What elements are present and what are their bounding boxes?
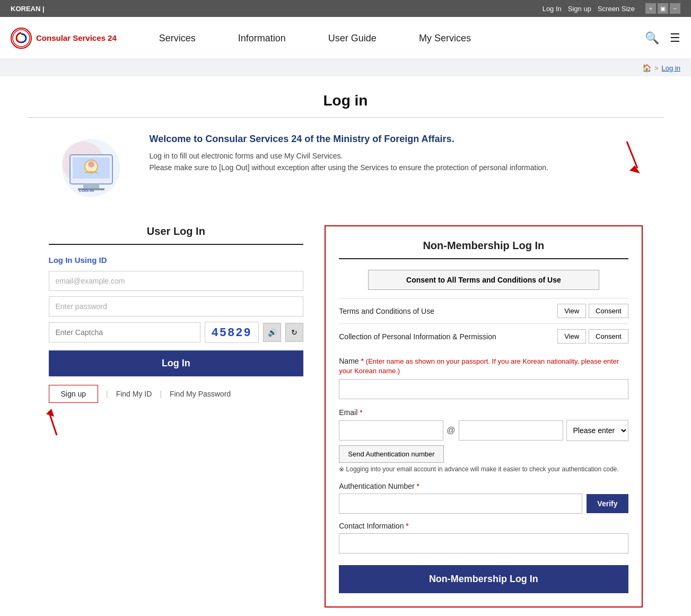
svg-text:LOG-IN: LOG-IN xyxy=(79,188,94,193)
signup-arrow-icon xyxy=(43,406,70,443)
login-button[interactable]: Log In xyxy=(49,350,304,376)
welcome-illustration: LOG-IN xyxy=(49,134,134,204)
nonmember-login-button[interactable]: Non-Membership Log In xyxy=(339,565,628,593)
name-field-label: Name * (Enter name as shown on your pass… xyxy=(339,357,628,376)
link-separator-1: | xyxy=(106,390,108,398)
menu-icon[interactable]: ☰ xyxy=(670,31,680,45)
send-auth-button[interactable]: Send Authentication number xyxy=(339,445,443,463)
topbar: KOREAN | Log In Sign up Screen Size + ▣ … xyxy=(0,0,691,17)
email-label-text: Email xyxy=(339,408,357,417)
breadcrumb-separator: > xyxy=(654,64,659,72)
breadcrumb: 🏠 > Log in xyxy=(0,59,691,76)
user-login-column: User Log In Log In Using ID 45829 🔊 ↻ Lo… xyxy=(49,225,304,403)
captcha-row: 45829 🔊 ↻ xyxy=(49,322,304,343)
page-title-divider xyxy=(28,117,664,118)
personal-info-buttons: View Consent xyxy=(557,329,628,344)
login-using-id-label: Log In Using ID xyxy=(49,256,304,265)
search-icon[interactable]: 🔍 xyxy=(645,31,659,45)
welcome-text: Welcome to Consular Services 24 of the M… xyxy=(150,134,549,174)
email-required-star: * xyxy=(360,408,362,417)
name-required-star: * xyxy=(361,357,364,365)
find-id-link[interactable]: Find My ID xyxy=(116,390,152,398)
personal-info-label: Collection of Personal Information & Per… xyxy=(339,332,557,341)
welcome-arrow-icon xyxy=(611,139,643,182)
screen-size-medium[interactable]: ▣ xyxy=(658,3,668,14)
contact-field-label: Contact Information * xyxy=(339,522,628,530)
screen-size-small[interactable]: − xyxy=(670,3,680,14)
terms-buttons: View Consent xyxy=(557,304,628,318)
logo[interactable]: Consular Services 24 xyxy=(11,28,117,49)
terms-consent-button[interactable]: Consent xyxy=(589,304,628,318)
auth-hint-text: ※ Logging into your email account in adv… xyxy=(339,465,628,474)
welcome-section: LOG-IN Welcome to Consular Services 24 o… xyxy=(38,134,653,204)
navbar: Consular Services 24 Services Informatio… xyxy=(0,17,691,59)
page-title: Log in xyxy=(0,92,691,109)
contact-required-star: * xyxy=(406,522,408,530)
breadcrumb-current[interactable]: Log in xyxy=(662,64,680,72)
consent-all-button[interactable]: Consent to All Terms and Conditions of U… xyxy=(368,270,599,290)
user-login-title: User Log In xyxy=(49,225,304,245)
svg-rect-5 xyxy=(83,184,99,188)
page-title-section: Log in xyxy=(0,76,691,123)
auth-row: Verify xyxy=(339,494,628,514)
login-columns: User Log In Log In Using ID 45829 🔊 ↻ Lo… xyxy=(38,225,653,608)
captcha-value: 45829 xyxy=(205,322,259,343)
svg-line-10 xyxy=(627,142,637,168)
welcome-line1: Log in to fill out electronic forms and … xyxy=(150,150,549,162)
email-at-sign: @ xyxy=(447,426,455,435)
terms-row: Terms and Conditions of Use View Consent xyxy=(339,298,628,323)
email-domain-input[interactable] xyxy=(459,420,563,441)
lang-label: KOREAN | xyxy=(11,5,45,13)
nav-user-guide[interactable]: User Guide xyxy=(307,17,398,59)
logo-icon xyxy=(11,28,32,49)
svg-marker-11 xyxy=(629,165,640,173)
name-note: (Enter name as shown on your passport. I… xyxy=(339,357,619,375)
main-content: LOG-IN Welcome to Consular Services 24 o… xyxy=(28,123,664,616)
screen-size-label: Screen Size xyxy=(598,5,635,13)
email-local-input[interactable] xyxy=(339,420,443,441)
svg-point-8 xyxy=(88,161,94,168)
terms-label: Terms and Conditions of Use xyxy=(339,307,557,315)
terms-view-button[interactable]: View xyxy=(557,304,586,318)
nav-services[interactable]: Services xyxy=(138,17,217,59)
topbar-login[interactable]: Log In xyxy=(543,5,562,13)
personal-info-row: Collection of Personal Information & Per… xyxy=(339,323,628,349)
captcha-refresh-button[interactable]: ↻ xyxy=(285,323,303,342)
nonmember-login-title: Non-Membership Log In xyxy=(339,240,628,259)
auth-label-text: Authentication Number xyxy=(339,482,414,490)
signup-button[interactable]: Sign up xyxy=(49,385,98,403)
personal-view-button[interactable]: View xyxy=(557,329,586,344)
name-input[interactable] xyxy=(339,379,628,399)
contact-input[interactable] xyxy=(339,533,628,553)
auth-field-label: Authentication Number * xyxy=(339,482,628,490)
nav-information[interactable]: Information xyxy=(217,17,307,59)
screen-size-btns: + ▣ − xyxy=(645,3,680,14)
nav-my-services[interactable]: My Services xyxy=(398,17,492,59)
login-links: Sign up | Find My ID | Find My Password xyxy=(49,385,304,403)
screen-size-large[interactable]: + xyxy=(645,3,656,14)
captcha-input[interactable] xyxy=(49,322,201,342)
verify-button[interactable]: Verify xyxy=(587,494,628,513)
personal-consent-button[interactable]: Consent xyxy=(589,329,628,344)
breadcrumb-home-icon[interactable]: 🏠 xyxy=(642,64,651,72)
name-label-text: Name xyxy=(339,357,358,365)
email-input[interactable] xyxy=(49,271,304,291)
welcome-line2: Please make sure to [Log Out] without ex… xyxy=(150,162,549,173)
nonmember-login-column: Non-Membership Log In Consent to All Ter… xyxy=(325,225,642,608)
link-separator-2: | xyxy=(160,390,162,398)
auth-number-input[interactable] xyxy=(339,494,582,514)
auth-required-star: * xyxy=(417,482,419,490)
email-domain-select[interactable]: Please enter gmail.com naver.com daum.ne… xyxy=(566,420,628,441)
find-password-link[interactable]: Find My Password xyxy=(170,390,231,398)
email-field-label: Email * xyxy=(339,408,628,417)
nav-links: Services Information User Guide My Servi… xyxy=(138,17,645,59)
contact-label-text: Contact Information xyxy=(339,522,404,530)
topbar-right: Log In Sign up Screen Size + ▣ − xyxy=(543,3,680,14)
welcome-heading: Welcome to Consular Services 24 of the M… xyxy=(150,134,549,145)
captcha-audio-button[interactable]: 🔊 xyxy=(263,323,281,342)
email-row: @ Please enter gmail.com naver.com daum.… xyxy=(339,420,628,441)
nav-icons: 🔍 ☰ xyxy=(645,31,680,45)
logo-text: Consular Services 24 xyxy=(36,33,117,42)
password-input[interactable] xyxy=(49,296,304,316)
topbar-signup[interactable]: Sign up xyxy=(568,5,591,13)
